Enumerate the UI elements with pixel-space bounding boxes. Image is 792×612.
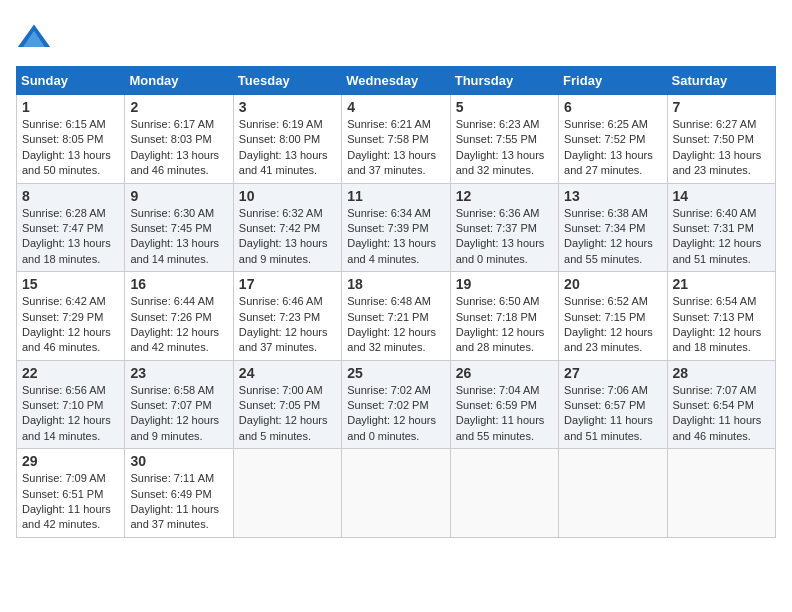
calendar-header-saturday: Saturday: [667, 67, 775, 95]
calendar-cell: 19Sunrise: 6:50 AMSunset: 7:18 PMDayligh…: [450, 272, 558, 361]
day-info: Sunrise: 7:04 AMSunset: 6:59 PMDaylight:…: [456, 383, 553, 445]
day-number: 29: [22, 453, 119, 469]
calendar-week-row: 29Sunrise: 7:09 AMSunset: 6:51 PMDayligh…: [17, 449, 776, 538]
day-info: Sunrise: 6:44 AMSunset: 7:26 PMDaylight:…: [130, 294, 227, 356]
calendar-week-row: 22Sunrise: 6:56 AMSunset: 7:10 PMDayligh…: [17, 360, 776, 449]
day-number: 11: [347, 188, 444, 204]
page-header: [16, 16, 776, 56]
day-info: Sunrise: 6:56 AMSunset: 7:10 PMDaylight:…: [22, 383, 119, 445]
day-number: 16: [130, 276, 227, 292]
day-info: Sunrise: 7:06 AMSunset: 6:57 PMDaylight:…: [564, 383, 661, 445]
day-number: 10: [239, 188, 336, 204]
day-number: 23: [130, 365, 227, 381]
day-info: Sunrise: 6:54 AMSunset: 7:13 PMDaylight:…: [673, 294, 770, 356]
day-number: 3: [239, 99, 336, 115]
day-number: 24: [239, 365, 336, 381]
day-info: Sunrise: 6:38 AMSunset: 7:34 PMDaylight:…: [564, 206, 661, 268]
day-number: 22: [22, 365, 119, 381]
day-number: 19: [456, 276, 553, 292]
calendar-cell: 10Sunrise: 6:32 AMSunset: 7:42 PMDayligh…: [233, 183, 341, 272]
day-info: Sunrise: 6:17 AMSunset: 8:03 PMDaylight:…: [130, 117, 227, 179]
day-info: Sunrise: 6:30 AMSunset: 7:45 PMDaylight:…: [130, 206, 227, 268]
calendar-header-tuesday: Tuesday: [233, 67, 341, 95]
calendar-header-monday: Monday: [125, 67, 233, 95]
day-info: Sunrise: 6:21 AMSunset: 7:58 PMDaylight:…: [347, 117, 444, 179]
calendar-cell: 8Sunrise: 6:28 AMSunset: 7:47 PMDaylight…: [17, 183, 125, 272]
calendar-header-sunday: Sunday: [17, 67, 125, 95]
day-info: Sunrise: 7:00 AMSunset: 7:05 PMDaylight:…: [239, 383, 336, 445]
day-number: 4: [347, 99, 444, 115]
day-info: Sunrise: 6:36 AMSunset: 7:37 PMDaylight:…: [456, 206, 553, 268]
day-number: 2: [130, 99, 227, 115]
day-info: Sunrise: 6:46 AMSunset: 7:23 PMDaylight:…: [239, 294, 336, 356]
day-info: Sunrise: 6:27 AMSunset: 7:50 PMDaylight:…: [673, 117, 770, 179]
day-number: 30: [130, 453, 227, 469]
day-number: 5: [456, 99, 553, 115]
day-number: 20: [564, 276, 661, 292]
day-info: Sunrise: 6:23 AMSunset: 7:55 PMDaylight:…: [456, 117, 553, 179]
calendar-cell: 13Sunrise: 6:38 AMSunset: 7:34 PMDayligh…: [559, 183, 667, 272]
calendar-cell: 14Sunrise: 6:40 AMSunset: 7:31 PMDayligh…: [667, 183, 775, 272]
calendar-header-row: SundayMondayTuesdayWednesdayThursdayFrid…: [17, 67, 776, 95]
calendar-cell: 12Sunrise: 6:36 AMSunset: 7:37 PMDayligh…: [450, 183, 558, 272]
day-info: Sunrise: 6:40 AMSunset: 7:31 PMDaylight:…: [673, 206, 770, 268]
day-number: 1: [22, 99, 119, 115]
day-info: Sunrise: 6:19 AMSunset: 8:00 PMDaylight:…: [239, 117, 336, 179]
day-number: 15: [22, 276, 119, 292]
day-number: 27: [564, 365, 661, 381]
calendar-cell: [342, 449, 450, 538]
day-number: 6: [564, 99, 661, 115]
calendar-cell: 7Sunrise: 6:27 AMSunset: 7:50 PMDaylight…: [667, 95, 775, 184]
day-number: 14: [673, 188, 770, 204]
calendar-cell: 20Sunrise: 6:52 AMSunset: 7:15 PMDayligh…: [559, 272, 667, 361]
calendar-cell: 9Sunrise: 6:30 AMSunset: 7:45 PMDaylight…: [125, 183, 233, 272]
calendar-header-thursday: Thursday: [450, 67, 558, 95]
calendar-cell: 30Sunrise: 7:11 AMSunset: 6:49 PMDayligh…: [125, 449, 233, 538]
day-info: Sunrise: 6:42 AMSunset: 7:29 PMDaylight:…: [22, 294, 119, 356]
day-info: Sunrise: 6:28 AMSunset: 7:47 PMDaylight:…: [22, 206, 119, 268]
calendar-cell: 22Sunrise: 6:56 AMSunset: 7:10 PMDayligh…: [17, 360, 125, 449]
day-number: 28: [673, 365, 770, 381]
day-number: 12: [456, 188, 553, 204]
logo-icon: [16, 20, 52, 56]
calendar-cell: 27Sunrise: 7:06 AMSunset: 6:57 PMDayligh…: [559, 360, 667, 449]
calendar-cell: 25Sunrise: 7:02 AMSunset: 7:02 PMDayligh…: [342, 360, 450, 449]
calendar-cell: 24Sunrise: 7:00 AMSunset: 7:05 PMDayligh…: [233, 360, 341, 449]
calendar-cell: 18Sunrise: 6:48 AMSunset: 7:21 PMDayligh…: [342, 272, 450, 361]
day-number: 21: [673, 276, 770, 292]
day-info: Sunrise: 6:32 AMSunset: 7:42 PMDaylight:…: [239, 206, 336, 268]
day-number: 7: [673, 99, 770, 115]
calendar-cell: 28Sunrise: 7:07 AMSunset: 6:54 PMDayligh…: [667, 360, 775, 449]
day-number: 13: [564, 188, 661, 204]
day-info: Sunrise: 6:48 AMSunset: 7:21 PMDaylight:…: [347, 294, 444, 356]
day-number: 17: [239, 276, 336, 292]
day-info: Sunrise: 6:25 AMSunset: 7:52 PMDaylight:…: [564, 117, 661, 179]
calendar-cell: [667, 449, 775, 538]
day-info: Sunrise: 6:50 AMSunset: 7:18 PMDaylight:…: [456, 294, 553, 356]
day-number: 25: [347, 365, 444, 381]
calendar-cell: 17Sunrise: 6:46 AMSunset: 7:23 PMDayligh…: [233, 272, 341, 361]
day-info: Sunrise: 6:52 AMSunset: 7:15 PMDaylight:…: [564, 294, 661, 356]
day-info: Sunrise: 6:58 AMSunset: 7:07 PMDaylight:…: [130, 383, 227, 445]
calendar-cell: 11Sunrise: 6:34 AMSunset: 7:39 PMDayligh…: [342, 183, 450, 272]
calendar-cell: 16Sunrise: 6:44 AMSunset: 7:26 PMDayligh…: [125, 272, 233, 361]
logo: [16, 20, 56, 56]
calendar-cell: 21Sunrise: 6:54 AMSunset: 7:13 PMDayligh…: [667, 272, 775, 361]
calendar-cell: 3Sunrise: 6:19 AMSunset: 8:00 PMDaylight…: [233, 95, 341, 184]
day-number: 8: [22, 188, 119, 204]
calendar-header-friday: Friday: [559, 67, 667, 95]
day-info: Sunrise: 7:02 AMSunset: 7:02 PMDaylight:…: [347, 383, 444, 445]
calendar-cell: [233, 449, 341, 538]
calendar-cell: 1Sunrise: 6:15 AMSunset: 8:05 PMDaylight…: [17, 95, 125, 184]
calendar-week-row: 8Sunrise: 6:28 AMSunset: 7:47 PMDaylight…: [17, 183, 776, 272]
calendar-header-wednesday: Wednesday: [342, 67, 450, 95]
day-info: Sunrise: 6:34 AMSunset: 7:39 PMDaylight:…: [347, 206, 444, 268]
calendar-cell: 15Sunrise: 6:42 AMSunset: 7:29 PMDayligh…: [17, 272, 125, 361]
calendar-cell: 4Sunrise: 6:21 AMSunset: 7:58 PMDaylight…: [342, 95, 450, 184]
calendar-week-row: 1Sunrise: 6:15 AMSunset: 8:05 PMDaylight…: [17, 95, 776, 184]
day-number: 26: [456, 365, 553, 381]
calendar-cell: 26Sunrise: 7:04 AMSunset: 6:59 PMDayligh…: [450, 360, 558, 449]
calendar-cell: 6Sunrise: 6:25 AMSunset: 7:52 PMDaylight…: [559, 95, 667, 184]
day-info: Sunrise: 7:11 AMSunset: 6:49 PMDaylight:…: [130, 471, 227, 533]
calendar-cell: 2Sunrise: 6:17 AMSunset: 8:03 PMDaylight…: [125, 95, 233, 184]
